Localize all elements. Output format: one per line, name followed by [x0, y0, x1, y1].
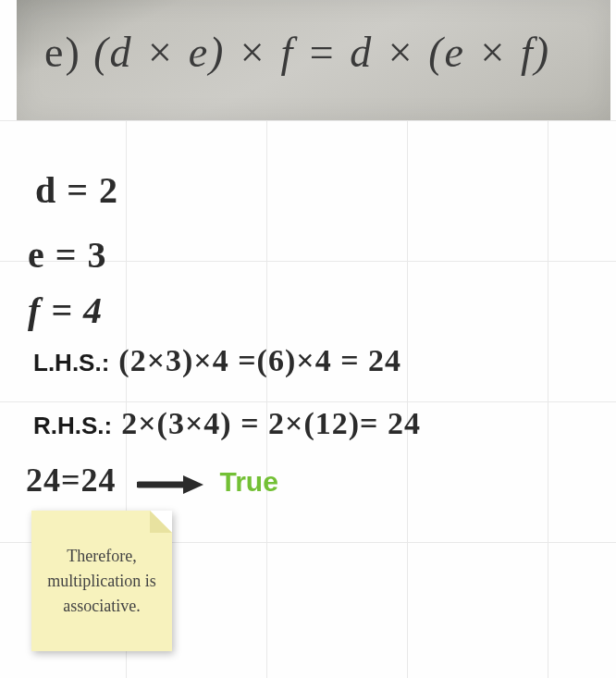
sticky-note: Therefore, multiplication is associative…	[31, 511, 172, 651]
lhs-work: (2×3)×4 =(6)×4 = 24	[118, 343, 401, 377]
variable-f: f = 4	[28, 289, 103, 332]
result-comparison: 24=24	[26, 462, 117, 499]
arrow-icon	[137, 464, 203, 503]
sticky-note-text: Therefore, multiplication is associative…	[43, 544, 161, 619]
result-verdict: True	[220, 466, 278, 497]
rhs-label: R.H.S.:	[33, 412, 112, 439]
rhs-row: R.H.S.: 2×(3×4) = 2×(12)= 24	[33, 403, 421, 442]
lhs-row: L.H.S.: (2×3)×4 =(6)×4 = 24	[33, 340, 401, 379]
svg-marker-1	[183, 475, 203, 494]
problem-equation-text: (d × e) × f = d × (e × f)	[93, 29, 550, 76]
problem-image: e) (d × e) × f = d × (e × f)	[17, 0, 610, 120]
rhs-work: 2×(3×4) = 2×(12)= 24	[121, 406, 421, 440]
variable-d: d = 2	[35, 168, 118, 212]
problem-label: e)	[44, 29, 81, 76]
result-row: 24=24 True	[26, 461, 278, 503]
problem-equation: e) (d × e) × f = d × (e × f)	[44, 28, 550, 77]
lhs-label: L.H.S.:	[33, 349, 109, 376]
variable-e: e = 3	[28, 233, 107, 277]
